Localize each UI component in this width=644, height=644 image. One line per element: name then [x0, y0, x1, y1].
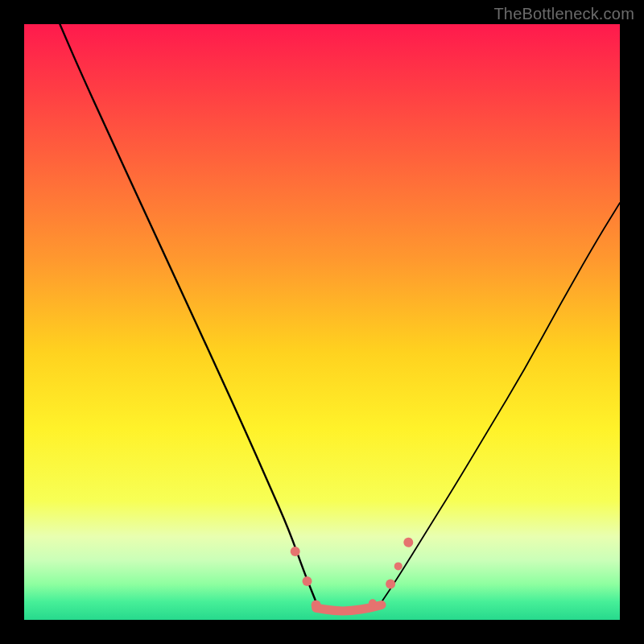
marker-3 — [369, 599, 377, 607]
gradient-background — [24, 24, 620, 620]
chart-svg — [24, 24, 620, 620]
marker-1 — [303, 576, 312, 586]
watermark-text: TheBottleneck.com — [493, 5, 634, 23]
marker-6 — [403, 538, 413, 547]
marker-5 — [394, 562, 402, 570]
plot-area — [24, 24, 620, 620]
chart-frame: TheBottleneck.com — [0, 0, 644, 644]
marker-2 — [312, 601, 321, 610]
marker-0 — [291, 547, 300, 556]
marker-4 — [386, 580, 395, 589]
